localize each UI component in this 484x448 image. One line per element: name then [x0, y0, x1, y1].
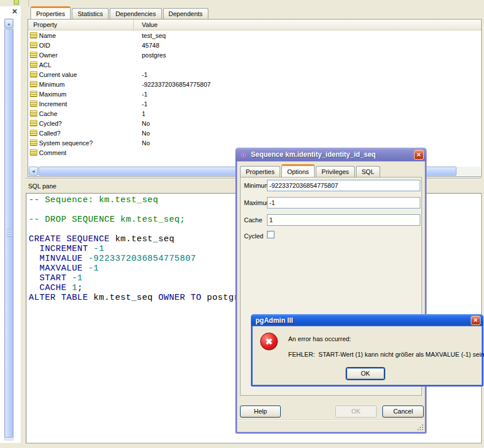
- property-value: test_seq: [134, 32, 166, 39]
- error-dialog-title: pgAdmin III: [255, 316, 471, 325]
- property-icon: [30, 52, 37, 58]
- property-icon: [30, 61, 37, 68]
- sequence-icon: »: [239, 150, 248, 159]
- grid-body: Nametest_seqOID45748OwnerpostgresACLCurr…: [28, 30, 481, 157]
- sql-pane-label: SQL pane: [28, 183, 56, 191]
- cycled-checkbox[interactable]: [267, 231, 274, 238]
- sequence-dialog: » Sequence km.identity_identity_id_seq ✕…: [235, 148, 427, 434]
- table-row[interactable]: Cache1: [28, 109, 481, 118]
- property-value: -1: [134, 71, 148, 78]
- toolbar-icon-fragment: [14, 0, 19, 5]
- minimum-label: Minimum: [244, 182, 270, 189]
- property-name: Maximum: [39, 91, 67, 98]
- property-value: 45748: [134, 42, 160, 49]
- toolbar-divider: [29, 0, 29, 6]
- maximum-input[interactable]: [267, 197, 420, 208]
- property-name: Name: [39, 32, 56, 39]
- property-icon: [30, 32, 37, 38]
- ok-button[interactable]: OK: [335, 405, 377, 418]
- scrollbar-grip: [7, 229, 11, 237]
- object-browser-pane: ✕ ▲: [0, 6, 21, 443]
- column-header-value[interactable]: Value: [134, 21, 157, 28]
- minimum-field-row: Minimum: [241, 180, 421, 191]
- table-row[interactable]: Cycled?No: [28, 118, 481, 128]
- grid-header: Property Value: [28, 20, 481, 30]
- error-icon: ✖: [260, 333, 278, 350]
- property-name: Minimum: [39, 81, 65, 88]
- property-name: Owner: [39, 52, 57, 59]
- error-ok-button[interactable]: OK: [346, 368, 385, 380]
- sequence-dialog-body: PropertiesOptionsPrivilegesSQL Minimum M…: [237, 161, 425, 432]
- tab-statistics[interactable]: Statistics: [72, 8, 109, 19]
- scroll-left-icon[interactable]: ◄: [29, 167, 38, 176]
- cycled-field-row: Cycled: [241, 230, 421, 242]
- property-icon: [30, 81, 37, 87]
- scrollbar-thumb[interactable]: [5, 29, 13, 438]
- table-row[interactable]: ACL: [28, 60, 481, 69]
- property-icon: [30, 42, 37, 48]
- table-row[interactable]: Nametest_seq: [28, 30, 481, 40]
- sequence-dialog-titlebar[interactable]: » Sequence km.identity_identity_id_seq ✕: [235, 148, 427, 161]
- property-value: No: [134, 120, 150, 127]
- error-dialog-titlebar[interactable]: pgAdmin III ✕: [251, 314, 483, 326]
- help-button[interactable]: Help: [240, 405, 281, 418]
- error-dialog-body: ✖ An error has occurred: FEHLER: START-W…: [253, 326, 482, 385]
- cache-field-row: Cache: [241, 214, 421, 226]
- error-message-line2: FEHLER: START-Wert (1) kann nicht größer…: [288, 351, 484, 358]
- tab-dependents[interactable]: Dependents: [163, 8, 208, 19]
- scroll-up-icon[interactable]: ▲: [5, 19, 13, 28]
- property-value: No: [134, 130, 150, 137]
- close-icon[interactable]: ✕: [10, 7, 19, 16]
- property-value: postgres: [134, 52, 166, 59]
- dialog-tab-sql[interactable]: SQL: [356, 166, 380, 177]
- dialog-tab-options[interactable]: Options: [281, 164, 315, 177]
- property-name: Cycled?: [39, 120, 62, 127]
- property-icon: [30, 110, 37, 117]
- minimum-input[interactable]: [267, 180, 420, 191]
- property-value: -9223372036854775807: [134, 81, 211, 88]
- property-name: Increment: [39, 101, 67, 107]
- table-row[interactable]: System sequence?No: [28, 138, 481, 148]
- table-row[interactable]: OID45748: [28, 40, 481, 50]
- property-name: Cache: [39, 110, 57, 117]
- maximum-field-row: Maximum: [241, 197, 421, 208]
- property-icon: [30, 120, 37, 126]
- error-message-line1: An error has occurred:: [288, 335, 351, 342]
- close-icon[interactable]: ✕: [414, 150, 424, 160]
- dialog-tab-privileges[interactable]: Privileges: [316, 166, 355, 177]
- table-row[interactable]: Increment-1: [28, 99, 481, 109]
- property-value: -1: [134, 91, 148, 98]
- table-row[interactable]: Minimum-9223372036854775807: [28, 79, 481, 89]
- resize-grip[interactable]: [417, 424, 424, 431]
- table-row[interactable]: Maximum-1: [28, 89, 481, 99]
- close-icon[interactable]: ✕: [471, 316, 481, 325]
- property-icon: [30, 101, 37, 107]
- property-value: 1: [134, 110, 145, 117]
- property-icon: [30, 71, 37, 78]
- property-icon: [30, 130, 37, 136]
- cache-label: Cache: [244, 217, 262, 223]
- property-name: System sequence?: [39, 140, 93, 146]
- property-name: Comment: [39, 149, 67, 156]
- property-icon: [30, 149, 37, 156]
- table-row[interactable]: Current value-1: [28, 69, 481, 79]
- dialog-tabbar: PropertiesOptionsPrivilegesSQL: [240, 163, 381, 177]
- dialog-tab-properties[interactable]: Properties: [240, 166, 280, 177]
- table-row[interactable]: Ownerpostgres: [28, 50, 481, 60]
- tab-dependencies[interactable]: Dependencies: [110, 8, 161, 19]
- dialog-statusbar: [237, 419, 425, 432]
- vertical-scrollbar[interactable]: ▲: [4, 18, 14, 441]
- property-name: OID: [39, 42, 51, 49]
- cancel-button[interactable]: Cancel: [382, 405, 424, 418]
- property-name: Current value: [39, 71, 77, 78]
- cache-input[interactable]: [267, 214, 420, 226]
- property-icon: [30, 140, 37, 146]
- tab-properties[interactable]: Properties: [30, 6, 71, 19]
- column-header-property[interactable]: Property: [28, 20, 134, 30]
- property-name: Called?: [39, 130, 60, 137]
- main-tabbar: PropertiesStatisticsDependenciesDependen…: [30, 6, 210, 19]
- property-icon: [30, 91, 37, 97]
- table-row[interactable]: Called?No: [28, 128, 481, 138]
- property-name: ACL: [39, 61, 51, 68]
- property-value: No: [134, 140, 150, 146]
